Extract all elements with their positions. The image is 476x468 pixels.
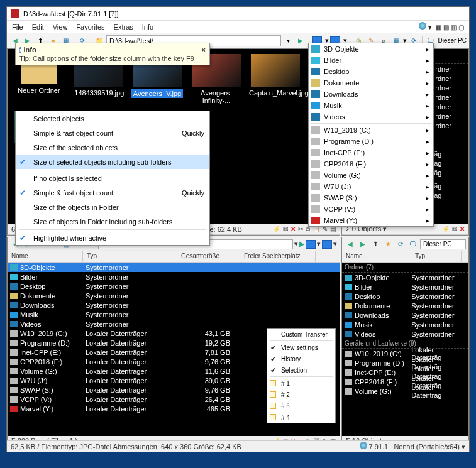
submenu-slot[interactable]: # 1: [267, 378, 335, 389]
location-item[interactable]: Dokumente▸: [309, 77, 433, 89]
forward-button[interactable]: ▶: [357, 239, 368, 250]
cut-icon[interactable]: ✂: [298, 226, 303, 233]
globe-icon[interactable]: [419, 22, 426, 30]
location-item[interactable]: W10_2019 (C:)▸: [309, 124, 433, 136]
close-icon[interactable]: ×: [202, 46, 206, 55]
list-item[interactable]: DesktopSystemordner: [8, 281, 340, 291]
up-button[interactable]: ⬆: [370, 239, 381, 250]
layout-btn-4[interactable]: ▢: [458, 24, 464, 31]
globe-icon: [360, 442, 367, 449]
menu-item[interactable]: If no object is selected: [16, 171, 209, 185]
submenu-title: Custom Transfer: [267, 329, 335, 340]
list-item[interactable]: DesktopSystemordner: [342, 291, 468, 301]
bolt-icon[interactable]: ⚡: [273, 226, 280, 233]
app-icon: [11, 9, 19, 18]
br-path[interactable]: [420, 239, 466, 249]
dropdown-arrow[interactable]: ▾: [294, 240, 298, 248]
bolt-icon[interactable]: ⚡: [442, 226, 450, 232]
submenu-item[interactable]: ✔Selection: [267, 364, 335, 376]
menu-info[interactable]: Info: [142, 23, 153, 31]
list-item[interactable]: VideosSystemordner: [342, 329, 468, 339]
layout-btn-1[interactable]: ▦: [436, 24, 441, 31]
pane-target[interactable]: [306, 240, 316, 249]
menu-item[interactable]: ✔Simple & fast object countQuickly: [16, 185, 209, 200]
br-columns[interactable]: Name Typ: [342, 251, 468, 263]
mail-icon[interactable]: ✉: [283, 226, 288, 233]
size-options-menu[interactable]: Selected objectsSimple & fast object cou…: [15, 111, 210, 246]
list-item[interactable]: MusikSystemordner: [342, 320, 468, 329]
location-item[interactable]: Volume (G:)▸: [309, 170, 433, 181]
location-item[interactable]: Marvel (Y:)▸: [309, 215, 433, 226]
submenu-slot[interactable]: # 2: [267, 389, 335, 400]
col-name[interactable]: Name: [342, 251, 411, 262]
location-item[interactable]: 3D-Objekte▸: [309, 43, 433, 55]
custom-transfer-menu[interactable]: Custom Transfer✔View settings✔History✔Se…: [267, 328, 336, 423]
location-item[interactable]: Downloads▸: [309, 89, 433, 100]
delete-icon[interactable]: ✕: [460, 226, 465, 232]
location-item[interactable]: Musik▸: [309, 100, 433, 111]
layout-btn-3[interactable]: ▥: [451, 24, 457, 31]
col-size[interactable]: Gesamtgröße: [177, 251, 240, 262]
list-item[interactable]: DokumenteSystemordner: [8, 291, 340, 300]
list-item[interactable]: DokumenteSystemordner: [342, 301, 468, 310]
refresh-button[interactable]: ⟳: [395, 239, 406, 250]
menu-item[interactable]: ✔Size of selected objects including sub-…: [16, 155, 209, 169]
list-item[interactable]: MusikSystemordner: [8, 310, 340, 319]
menu-item[interactable]: ✔Highlighted when active: [16, 231, 209, 245]
list-item[interactable]: DownloadsSystemordner: [342, 310, 468, 320]
location-item[interactable]: Desktop▸: [309, 66, 433, 77]
delete-icon[interactable]: ✕: [291, 226, 296, 233]
submenu-slot: # 3: [267, 400, 335, 411]
menu-item[interactable]: Size of the selected objects: [16, 140, 209, 155]
layout-btn-2[interactable]: ▤: [443, 24, 449, 31]
menu-item[interactable]: Selected objects: [16, 111, 209, 126]
bl-columns[interactable]: Name Typ Gesamtgröße Freier Speicherplat…: [8, 251, 340, 263]
col-name[interactable]: Name: [8, 251, 83, 262]
menu-item[interactable]: Simple & fast object countQuickly: [16, 126, 209, 140]
menu-edit[interactable]: Edit: [32, 23, 44, 31]
list-item[interactable]: DownloadsSystemordner: [8, 300, 340, 310]
submenu-slot[interactable]: # 4: [267, 411, 335, 423]
dropdown-arrow[interactable]: ▾: [282, 35, 294, 46]
location-item[interactable]: Videos▸: [309, 111, 433, 122]
col-free[interactable]: Freier Speicherplatz: [240, 251, 316, 262]
pane-target[interactable]: [322, 240, 332, 249]
mail-icon[interactable]: ✉: [452, 226, 457, 232]
go-button[interactable]: ▶: [299, 240, 304, 248]
info-icon: i: [19, 47, 21, 53]
list-item[interactable]: 3D-ObjekteSystemordner: [342, 273, 468, 282]
location-item[interactable]: CPP2018 (F:)▸: [309, 158, 433, 170]
list-item[interactable]: BilderSystemordner: [342, 282, 468, 291]
location-item[interactable]: Programme (D:)▸: [309, 136, 433, 147]
col-type[interactable]: Typ: [411, 251, 462, 262]
menu-item[interactable]: Size of objects in Folder including sub-…: [16, 214, 209, 229]
go-button[interactable]: ▶: [295, 35, 306, 46]
back-button[interactable]: ◀: [345, 239, 356, 250]
col-type[interactable]: Typ: [83, 251, 177, 262]
menu-item[interactable]: Size of the objects in Folder: [16, 200, 209, 214]
location-item[interactable]: VCPP (V:)▸: [309, 204, 433, 215]
location-item[interactable]: Inet-CPP (E:)▸: [309, 147, 433, 158]
location-item[interactable]: W7U (J:)▸: [309, 181, 433, 192]
list-item[interactable]: VideosSystemordner: [8, 319, 340, 329]
list-item[interactable]: Volume (G:)Lokaler Datenträg: [342, 386, 468, 396]
fav-button[interactable]: ★: [382, 239, 394, 250]
menu-view[interactable]: View: [53, 23, 68, 31]
submenu-item[interactable]: ✔History: [267, 353, 335, 364]
submenu-item[interactable]: ✔View settings: [267, 342, 335, 353]
menu-file[interactable]: File: [12, 23, 23, 31]
list-item[interactable]: 3D-ObjekteSystemordner: [8, 263, 340, 272]
list-item[interactable]: BilderSystemordner: [8, 272, 340, 281]
menu-extras[interactable]: Extras: [114, 23, 133, 31]
location-item[interactable]: Bilder▸: [309, 55, 433, 66]
menu-favorites[interactable]: Favorites: [76, 23, 104, 31]
group-header[interactable]: Ordner (7): [342, 263, 468, 273]
location-item[interactable]: SWAP (S:)▸: [309, 192, 433, 204]
location-dropdown[interactable]: 3D-Objekte▸Bilder▸Desktop▸Dokumente▸Down…: [308, 43, 434, 227]
info-title: Info: [24, 46, 36, 53]
thumbnail-item[interactable]: Captain_Marvel.jpg: [249, 54, 302, 104]
info-text: Tip: Call options of the folder size col…: [19, 55, 206, 62]
statusbar: 62,5 KB / Elementtyp: JPG-Datei Abmessun…: [7, 440, 469, 452]
titlebar: D:\3d-wal\test [Q-Dir 7.91.1 [7]]: [7, 7, 469, 21]
status-left: 62,5 KB / Elementtyp: JPG-Datei Abmessun…: [11, 443, 241, 450]
